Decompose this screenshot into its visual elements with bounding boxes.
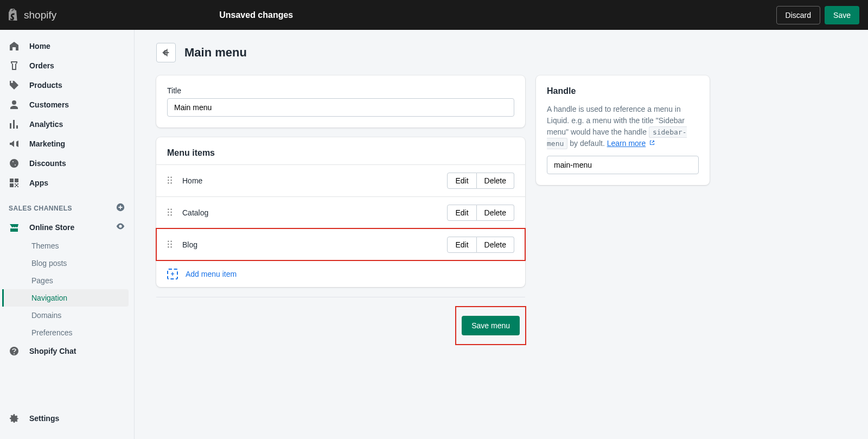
sidebar-item-apps[interactable]: Apps bbox=[0, 173, 134, 193]
drag-handle-icon[interactable] bbox=[167, 176, 175, 186]
sidebar-item-analytics[interactable]: Analytics bbox=[0, 114, 134, 134]
svg-point-15 bbox=[168, 240, 169, 242]
sidebar-item-discounts[interactable]: Discounts bbox=[0, 154, 134, 173]
subnav-domains[interactable]: Domains bbox=[2, 307, 134, 324]
back-button[interactable] bbox=[156, 43, 176, 62]
title-card: Title bbox=[156, 75, 525, 128]
svg-point-19 bbox=[168, 246, 169, 247]
svg-point-6 bbox=[170, 179, 172, 181]
online-store-subnav: Themes Blog posts Pages Navigation Domai… bbox=[2, 237, 134, 341]
sidebar-item-online-store[interactable]: Online Store bbox=[0, 217, 134, 237]
nav-label: Apps bbox=[29, 179, 48, 187]
main-content: Main menu Title Menu items Home E bbox=[135, 30, 731, 439]
drag-handle-icon[interactable] bbox=[167, 208, 175, 218]
products-icon bbox=[9, 80, 20, 91]
sidebar-item-shopify-chat[interactable]: Shopify Chat bbox=[0, 341, 134, 361]
arrow-left-icon bbox=[161, 48, 171, 58]
edit-button[interactable]: Edit bbox=[447, 237, 476, 253]
logo-text: shopify bbox=[24, 9, 56, 21]
menu-item-row: Catalog Edit Delete bbox=[156, 196, 525, 228]
subnav-themes[interactable]: Themes bbox=[2, 237, 134, 255]
title-input[interactable] bbox=[167, 98, 514, 117]
svg-point-9 bbox=[168, 208, 169, 210]
apps-icon bbox=[9, 177, 20, 188]
sidebar-item-orders[interactable]: Orders bbox=[0, 56, 134, 75]
footer-actions: Save menu bbox=[156, 297, 525, 344]
sidebar-item-products[interactable]: Products bbox=[0, 75, 134, 95]
orders-icon bbox=[9, 60, 20, 71]
sidebar-item-marketing[interactable]: Marketing bbox=[0, 134, 134, 154]
delete-button[interactable]: Delete bbox=[477, 173, 514, 189]
topbar: shopify Unsaved changes Discard Save bbox=[0, 0, 868, 30]
marketing-icon bbox=[9, 138, 20, 149]
store-icon bbox=[9, 222, 20, 233]
add-menu-item-button[interactable]: + Add menu item bbox=[156, 260, 525, 287]
svg-point-7 bbox=[168, 182, 169, 183]
svg-point-13 bbox=[168, 214, 169, 215]
drag-handle-icon[interactable] bbox=[167, 240, 175, 250]
analytics-icon bbox=[9, 119, 20, 130]
view-store-icon[interactable] bbox=[116, 221, 125, 233]
svg-point-20 bbox=[170, 246, 172, 247]
save-menu-button[interactable]: Save menu bbox=[462, 316, 520, 335]
nav-label: Online Store bbox=[29, 223, 74, 232]
svg-point-4 bbox=[170, 176, 172, 178]
nav-label: Orders bbox=[29, 61, 54, 70]
handle-input[interactable] bbox=[547, 156, 699, 174]
svg-point-16 bbox=[170, 240, 172, 242]
menu-items-card: Menu items Home Edit Delete Catalog bbox=[156, 137, 525, 287]
shopify-logo[interactable]: shopify bbox=[9, 9, 56, 22]
topbar-actions: Discard Save bbox=[776, 6, 859, 24]
svg-point-12 bbox=[170, 211, 172, 213]
subnav-blog-posts[interactable]: Blog posts bbox=[2, 255, 134, 272]
unsaved-changes-label: Unsaved changes bbox=[219, 10, 293, 20]
menu-item-name: Home bbox=[182, 176, 447, 185]
menu-item-name: Catalog bbox=[182, 208, 447, 217]
nav-label: Customers bbox=[29, 100, 69, 109]
menu-items-heading: Menu items bbox=[156, 137, 525, 164]
nav-label: Analytics bbox=[29, 120, 63, 129]
customers-icon bbox=[9, 99, 20, 110]
svg-point-5 bbox=[168, 179, 169, 181]
edit-button[interactable]: Edit bbox=[447, 205, 476, 221]
external-link-icon bbox=[649, 139, 655, 146]
add-icon: + bbox=[167, 269, 178, 279]
svg-point-11 bbox=[168, 211, 169, 213]
discounts-icon bbox=[9, 158, 20, 169]
learn-more-link[interactable]: Learn more bbox=[607, 139, 646, 148]
sidebar-item-settings[interactable]: Settings bbox=[0, 409, 134, 428]
save-menu-highlight: Save menu bbox=[456, 307, 525, 344]
subnav-pages[interactable]: Pages bbox=[2, 272, 134, 289]
nav-label: Marketing bbox=[29, 139, 65, 148]
edit-button[interactable]: Edit bbox=[447, 173, 476, 189]
svg-point-3 bbox=[168, 176, 169, 178]
menu-item-name: Blog bbox=[182, 240, 447, 249]
delete-button[interactable]: Delete bbox=[477, 205, 514, 221]
discard-button[interactable]: Discard bbox=[776, 6, 820, 24]
page-header: Main menu bbox=[156, 43, 710, 62]
svg-point-17 bbox=[168, 243, 169, 245]
add-channel-icon[interactable] bbox=[116, 202, 125, 214]
sidebar-item-customers[interactable]: Customers bbox=[0, 95, 134, 114]
save-button[interactable]: Save bbox=[825, 6, 859, 24]
sidebar-item-home[interactable]: Home bbox=[0, 36, 134, 56]
svg-point-8 bbox=[170, 182, 172, 183]
nav-label: Home bbox=[29, 42, 50, 50]
subnav-preferences[interactable]: Preferences bbox=[2, 324, 134, 341]
subnav-navigation[interactable]: Navigation bbox=[2, 289, 129, 307]
menu-item-row-highlighted: Blog Edit Delete bbox=[156, 228, 525, 260]
title-label: Title bbox=[167, 86, 514, 95]
nav-label: Discounts bbox=[29, 159, 66, 168]
delete-button[interactable]: Delete bbox=[477, 237, 514, 253]
handle-card: Handle A handle is used to reference a m… bbox=[536, 75, 710, 185]
add-menu-item-label: Add menu item bbox=[186, 270, 237, 278]
svg-point-2 bbox=[14, 353, 15, 354]
handle-heading: Handle bbox=[547, 86, 699, 96]
svg-point-14 bbox=[170, 214, 172, 215]
svg-point-10 bbox=[170, 208, 172, 210]
page-title: Main menu bbox=[184, 46, 247, 60]
handle-description: A handle is used to reference a menu in … bbox=[547, 104, 699, 149]
nav-label: Settings bbox=[29, 414, 59, 423]
nav-label: Products bbox=[29, 81, 62, 90]
nav-label: Shopify Chat bbox=[29, 347, 76, 355]
